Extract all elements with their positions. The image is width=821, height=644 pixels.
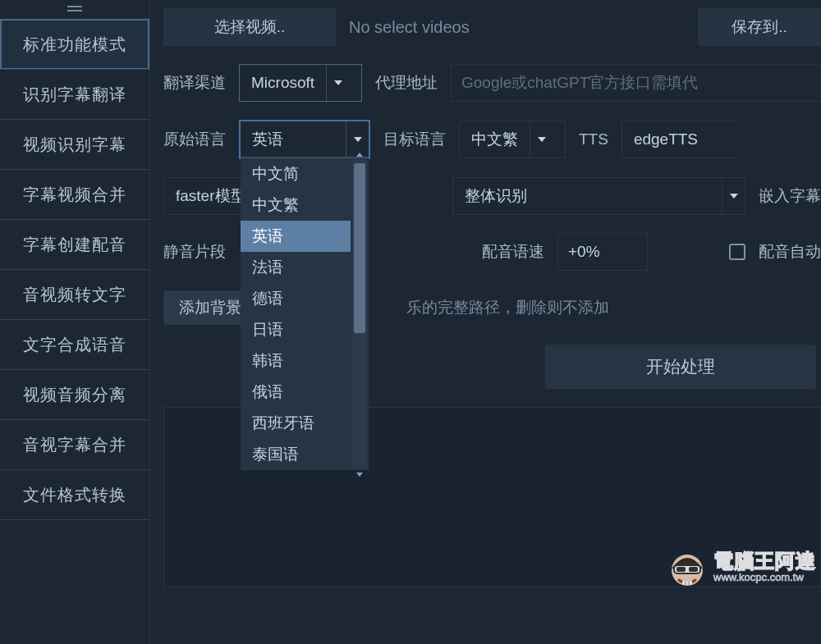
svg-rect-0	[67, 6, 82, 7]
proxy-label: 代理地址	[375, 72, 438, 94]
nav-label: 文字合成语音	[23, 334, 126, 356]
sidebar: 标准功能模式 识别字幕翻译 视频识别字幕 字幕视频合并 字幕创建配音 音视频转文…	[0, 0, 150, 644]
nav-subtitle-merge[interactable]: 字幕视频合并	[0, 169, 149, 220]
nav-label: 视频音频分离	[23, 384, 126, 406]
lang-option[interactable]: 西班牙语	[241, 408, 351, 439]
lang-option[interactable]: 日语	[241, 314, 351, 345]
nav-subtitle-translate[interactable]: 识别字幕翻译	[0, 69, 149, 120]
tts-label: TTS	[579, 130, 608, 148]
recognition-mode-value: 整体识别	[453, 178, 722, 214]
nav-format-convert[interactable]: 文件格式转换	[0, 469, 149, 520]
lang-option[interactable]: 中文简	[241, 158, 351, 190]
row-file: 选择视频.. No select videos 保存到..	[163, 8, 821, 46]
nav-av-sub-merge[interactable]: 音视字幕合并	[0, 419, 149, 470]
select-video-button[interactable]: 选择视频..	[163, 8, 336, 46]
nav-av-to-text[interactable]: 音视频转文字	[0, 269, 149, 320]
tts-select[interactable]: edgeTTS	[621, 121, 736, 158]
tts-value: edgeTTS	[622, 121, 709, 158]
dub-auto-checkbox[interactable]	[729, 244, 745, 260]
nav-standard-mode[interactable]: 标准功能模式	[0, 19, 149, 70]
silence-label: 静音片段	[163, 241, 226, 263]
chevron-down-icon[interactable]	[326, 65, 349, 101]
nav-subtitle-dub[interactable]: 字幕创建配音	[0, 219, 149, 270]
dub-speed-label: 配音语速	[482, 241, 544, 263]
proxy-input[interactable]	[451, 64, 821, 102]
target-lang-label: 目标语言	[383, 129, 446, 150]
row-language: 原始语言 英语 中文简 中文繁 英语 法语 德语 日语 韩语 俄语 西班牙语 泰…	[163, 120, 821, 159]
source-lang-value: 英语	[241, 121, 346, 157]
main-panel: 选择视频.. No select videos 保存到.. 翻译渠道 Micro…	[150, 0, 821, 644]
nav-label: 字幕视频合并	[23, 184, 126, 206]
dub-auto-label: 配音自动	[759, 241, 821, 263]
dub-speed-input[interactable]	[557, 233, 648, 271]
lang-option[interactable]: 俄语	[241, 377, 351, 408]
embed-subtitle-label: 嵌入字幕	[759, 185, 821, 207]
recognition-mode-select[interactable]: 整体识别	[452, 177, 745, 215]
scrollbar-thumb[interactable]	[354, 163, 365, 333]
svg-rect-1	[67, 10, 82, 11]
scroll-down-icon[interactable]	[352, 468, 367, 480]
lang-option[interactable]: 法语	[241, 252, 351, 283]
video-status-text: No select videos	[349, 18, 685, 37]
scrollbar[interactable]	[352, 160, 367, 468]
chevron-down-icon[interactable]	[530, 121, 553, 158]
source-lang-dropdown: 中文简 中文繁 英语 法语 德语 日语 韩语 俄语 西班牙语 泰国语	[241, 158, 369, 470]
lang-option[interactable]: 英语	[241, 221, 351, 252]
menu-icon[interactable]	[0, 0, 149, 20]
nav-text-to-speech[interactable]: 文字合成语音	[0, 319, 149, 370]
background-hint: 乐的完整路径，删除则不添加	[406, 297, 609, 318]
start-button[interactable]: 开始处理	[545, 345, 816, 389]
nav-label: 音视频转文字	[23, 284, 126, 306]
lang-option[interactable]: 泰国语	[241, 439, 351, 470]
nav-label: 识别字幕翻译	[23, 84, 126, 106]
save-to-button[interactable]: 保存到..	[698, 8, 821, 46]
source-lang-select[interactable]: 英语 中文简 中文繁 英语 法语 德语 日语 韩语 俄语 西班牙语 泰国语	[239, 120, 370, 159]
scroll-up-icon[interactable]	[352, 148, 367, 160]
channel-select[interactable]: Microsoft	[239, 64, 362, 102]
nav-label: 音视字幕合并	[23, 434, 126, 456]
channel-value: Microsoft	[240, 65, 326, 101]
channel-label: 翻译渠道	[163, 72, 226, 94]
chevron-down-icon[interactable]	[722, 178, 745, 214]
target-lang-value: 中文繁	[460, 121, 530, 158]
source-lang-label: 原始语言	[163, 129, 226, 150]
row-channel: 翻译渠道 Microsoft 代理地址	[163, 64, 821, 102]
lang-option[interactable]: 中文繁	[241, 190, 351, 221]
nav-label: 标准功能模式	[23, 34, 126, 56]
lang-option[interactable]: 德语	[241, 283, 351, 314]
nav-label: 文件格式转换	[23, 484, 126, 506]
nav-label: 视频识别字幕	[23, 134, 126, 156]
target-lang-select[interactable]: 中文繁	[459, 121, 566, 158]
nav-video-subtitle[interactable]: 视频识别字幕	[0, 119, 149, 170]
lang-option[interactable]: 韩语	[241, 345, 351, 377]
nav-av-separate[interactable]: 视频音频分离	[0, 369, 149, 420]
nav-label: 字幕创建配音	[23, 234, 126, 256]
